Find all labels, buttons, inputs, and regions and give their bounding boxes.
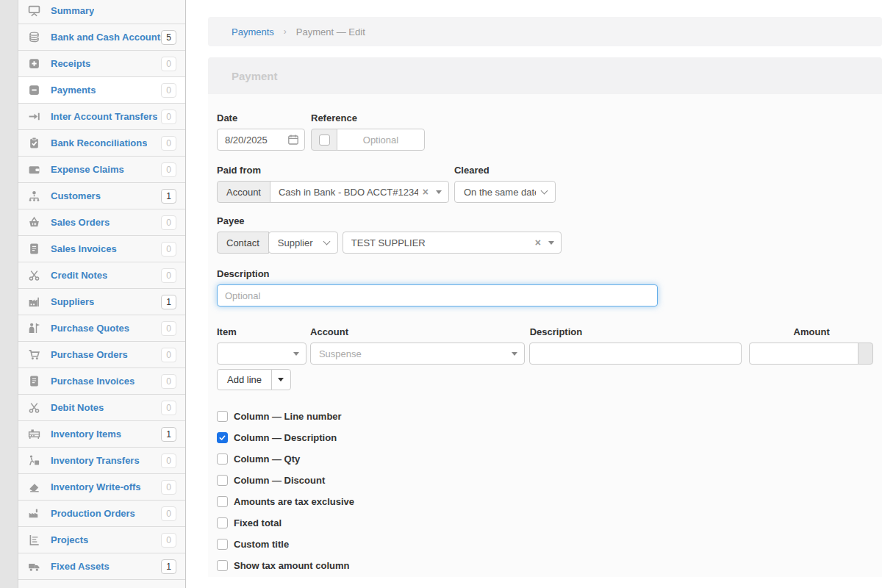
sidebar-item-credit-notes[interactable]: Credit Notes0 xyxy=(18,262,185,289)
sidebar-item-purchase-orders[interactable]: Purchase Orders0 xyxy=(18,342,185,368)
sidebar-item-production-orders[interactable]: Production Orders0 xyxy=(18,501,185,527)
plus-square-icon xyxy=(28,57,40,70)
payee-combobox[interactable]: TEST SUPPLIER × xyxy=(343,232,562,254)
sidebar-item-purchase-quotes[interactable]: Purchase Quotes0 xyxy=(18,315,185,342)
sidebar-item-inventory-write-offs[interactable]: Inventory Write-offs0 xyxy=(18,474,185,501)
option-row-column-qty: Column — Qty xyxy=(217,448,873,470)
date-input[interactable] xyxy=(217,129,305,151)
line-amount-input[interactable] xyxy=(749,343,858,365)
option-row-column-description: Column — Description xyxy=(217,427,873,448)
scissors-icon xyxy=(28,269,40,282)
sidebar-item-label: Inventory Write-offs xyxy=(51,481,141,492)
checkbox-column-line-number[interactable] xyxy=(217,411,228,422)
sidebar-item-bank-and-cash-accounts[interactable]: Bank and Cash Accounts5 xyxy=(18,24,185,51)
payee-type-select[interactable]: Supplier xyxy=(268,232,338,254)
sidebar-item-sales-invoices[interactable]: Sales Invoices0 xyxy=(18,236,185,262)
minus-square-icon xyxy=(28,84,40,96)
sidebar-item-bank-reconciliations[interactable]: Bank Reconciliations0 xyxy=(18,130,185,157)
description-column-header: Description xyxy=(530,326,743,337)
sidebar-item-customers[interactable]: Customers1 xyxy=(18,183,185,209)
sidebar-item-partial[interactable] xyxy=(18,580,185,588)
sidebar-item-purchase-invoices[interactable]: Purchase Invoices0 xyxy=(18,368,185,395)
line-account-caret-icon xyxy=(512,352,517,356)
sidebar-item-summary[interactable]: Summary xyxy=(18,0,185,24)
caret-down-icon xyxy=(278,378,284,381)
sidebar-item-label: Fixed Assets xyxy=(51,561,110,572)
coins-icon xyxy=(28,31,40,43)
add-line-button[interactable]: Add line xyxy=(217,369,272,390)
line-item-row: Suspense xyxy=(217,343,873,365)
sidebar-item-label: Expense Claims xyxy=(51,164,124,175)
line-amount-group xyxy=(749,343,873,365)
sidebar-item-fixed-assets[interactable]: Fixed Assets1 xyxy=(18,553,185,580)
item-column-header: Item xyxy=(217,326,306,337)
count-badge: 5 xyxy=(161,30,176,45)
count-badge: 0 xyxy=(161,162,176,177)
reference-auto-checkbox[interactable] xyxy=(319,135,330,146)
reference-label: Reference xyxy=(311,112,425,123)
flipchart-icon xyxy=(28,534,40,546)
hand-truck-icon xyxy=(28,454,40,467)
sidebar-item-label: Credit Notes xyxy=(51,270,107,281)
sidebar-item-label: Sales Orders xyxy=(51,217,110,228)
payee-clear-icon[interactable]: × xyxy=(535,237,541,248)
paid-from-label: Paid from xyxy=(217,165,449,176)
sidebar-item-debit-notes[interactable]: Debit Notes0 xyxy=(18,395,185,421)
paid-from-caret-icon[interactable] xyxy=(436,190,442,194)
cleared-select[interactable]: On the same date xyxy=(454,181,556,203)
sidebar-item-projects[interactable]: Projects0 xyxy=(18,527,185,553)
app-window: SummaryBank and Cash Accounts5Receipts0P… xyxy=(0,0,882,588)
checkbox-column-discount[interactable] xyxy=(217,475,228,486)
people-group-icon xyxy=(28,190,40,202)
breadcrumb: Payments › Payment — Edit xyxy=(208,17,882,46)
line-account-select[interactable]: Suspense xyxy=(310,343,525,365)
option-label: Amounts are tax exclusive xyxy=(234,496,354,507)
breadcrumb-link-payments[interactable]: Payments xyxy=(232,26,274,37)
checkbox-amounts-are-tax-exclusive[interactable] xyxy=(217,496,228,507)
sidebar-item-inventory-transfers[interactable]: Inventory Transfers0 xyxy=(18,448,185,474)
sidebar-item-suppliers[interactable]: Suppliers1 xyxy=(18,289,185,315)
sidebar-item-label: Bank Reconciliations xyxy=(51,137,147,148)
count-badge: 0 xyxy=(161,57,176,71)
person-flag-icon xyxy=(28,322,40,334)
breadcrumb-current: Payment — Edit xyxy=(296,26,365,37)
sidebar-item-inventory-items[interactable]: Inventory Items1 xyxy=(18,421,185,448)
line-description-input[interactable] xyxy=(529,343,742,365)
sidebar-item-receipts[interactable]: Receipts0 xyxy=(18,51,185,77)
sidebar-item-label: Bank and Cash Accounts xyxy=(51,32,161,43)
paid-from-combobox[interactable]: Cash in Bank - BDO ACCT#123456 × xyxy=(270,181,449,203)
checkbox-fixed-total[interactable] xyxy=(217,517,228,528)
line-item-select[interactable] xyxy=(217,343,306,365)
checkbox-custom-title[interactable] xyxy=(217,539,228,550)
paid-from-clear-icon[interactable]: × xyxy=(423,187,429,197)
payee-label: Payee xyxy=(217,215,873,226)
checkbox-column-qty[interactable] xyxy=(217,453,228,465)
option-label: Show tax amount column xyxy=(234,560,349,571)
reference-input[interactable] xyxy=(337,129,425,151)
count-badge: 0 xyxy=(161,401,176,415)
count-badge: 1 xyxy=(161,295,176,309)
sidebar-item-expense-claims[interactable]: Expense Claims0 xyxy=(18,157,185,183)
sidebar-item-payments[interactable]: Payments0 xyxy=(18,77,185,104)
description-input[interactable] xyxy=(217,284,658,306)
sidebar-item-label: Inventory Items xyxy=(51,429,121,440)
date-label: Date xyxy=(217,112,305,123)
sidebar-item-inter-account-transfers[interactable]: Inter Account Transfers0 xyxy=(18,104,185,130)
add-line-split-button: Add line xyxy=(217,369,873,390)
row-description: Description xyxy=(217,268,873,306)
option-row-amounts-are-tax-exclusive: Amounts are tax exclusive xyxy=(217,491,873,512)
row-paidfrom-cleared: Paid from Account Cash in Bank - BDO ACC… xyxy=(217,165,873,203)
option-row-column-discount: Column — Discount xyxy=(217,470,873,491)
count-badge: 0 xyxy=(161,506,176,521)
add-line-dropdown-button[interactable] xyxy=(271,369,291,390)
checkbox-show-tax-amount-column[interactable] xyxy=(217,560,228,571)
line-account-placeholder: Suspense xyxy=(319,348,506,359)
cleared-value: On the same date xyxy=(464,187,536,198)
checkbox-column-description[interactable] xyxy=(217,432,228,443)
option-label: Column — Discount xyxy=(234,475,325,486)
option-row-fixed-total: Fixed total xyxy=(217,512,873,534)
option-row-footers: Footers xyxy=(217,576,873,577)
line-amount-addon xyxy=(858,343,873,365)
payee-caret-icon[interactable] xyxy=(548,241,554,245)
sidebar-item-sales-orders[interactable]: Sales Orders0 xyxy=(18,209,185,236)
